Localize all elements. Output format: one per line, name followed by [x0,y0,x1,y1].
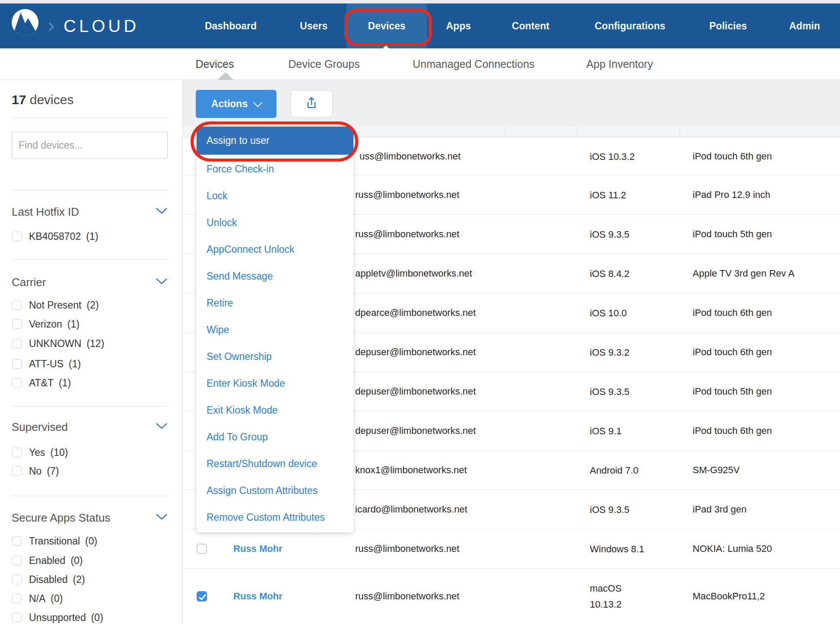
chevron-down-icon[interactable] [156,513,168,522]
filter-checkbox[interactable] [12,613,22,622]
menu-item-appconnect-unlock[interactable]: AppConnect Unlock [197,244,353,255]
filter-item-label: Verizon(1) [29,318,80,330]
top-navbar: CLOUD DashboardUsersDevicesAppsContentCo… [0,3,840,48]
filter-checkbox[interactable] [12,319,22,329]
device-os: iOS 11.2 [590,187,626,203]
top-nav-apps[interactable]: Apps [446,3,471,48]
subnav-app-inventory[interactable]: App Inventory [586,48,653,80]
menu-item-exit-kiosk-mode[interactable]: Exit Kiosk Mode [197,404,353,416]
device-os: macOS10.13.2 [590,580,621,612]
device-model: iPad Pro 12.9 inch [693,189,770,201]
top-nav-admin[interactable]: Admin [789,3,820,48]
menu-item-add-to-group[interactable]: Add To Group [197,431,353,443]
device-email: dpearce@limbonetworks.net [355,307,476,318]
filter-checkbox[interactable] [12,466,22,476]
filter-item-count: (2) [73,574,85,585]
filter-checkbox[interactable] [12,339,22,348]
menu-item-restart-shutdown-device[interactable]: Restart/Shutdown device [197,458,353,470]
filter-sidebar: 17 devices Last Hotfix IDKB4058702(1)Car… [0,80,183,624]
filter-item-count: (1) [59,377,71,388]
column-divider [505,127,506,137]
subnav-unmanaged-connections[interactable]: Unmanaged Connections [413,48,535,80]
filter-title: Carrier [12,276,46,289]
breadcrumb-chevron-icon [48,22,55,32]
device-model: NOKIA: Lumia 520 [693,543,772,554]
sidebar-divider [12,496,169,496]
menu-item-enter-kiosk-mode[interactable]: Enter Kiosk Mode [197,378,353,389]
chevron-down-icon[interactable] [156,278,168,287]
menu-item-assign-custom-attributes[interactable]: Assign Custom Attributes [197,485,353,497]
filter-item-label: Transitional(0) [29,535,97,547]
filter-checkbox[interactable] [12,232,22,241]
filter-checkbox[interactable] [12,556,22,565]
column-divider [680,127,680,137]
filter-checkbox[interactable] [12,378,22,388]
top-nav-dashboard[interactable]: Dashboard [205,3,257,48]
brand-title: CLOUD [64,3,139,48]
menu-item-assign-to-user[interactable]: Assign to user [197,127,353,155]
filter-item-count: (1) [67,318,80,330]
table-row: Russ Mohrruss@limbonetworks.netmacOS10.1… [183,569,840,624]
filter-checkbox[interactable] [12,300,22,310]
export-icon [303,95,320,113]
top-nav-users[interactable]: Users [300,3,328,48]
actions-dropdown-menu: Assign to userForce Check-inLockUnlockAp… [197,127,353,532]
filter-checkbox[interactable] [12,575,22,584]
devices-subnav: DevicesDevice GroupsUnmanaged Connection… [0,48,840,80]
device-os: iOS 9.1 [590,423,621,439]
filter-item-label: ATT-US(1) [29,358,81,370]
filter-item-label: No(7) [29,465,59,477]
device-count: 17 devices [12,92,73,107]
menu-item-force-check-in[interactable]: Force Check-in [197,163,353,175]
row-checkbox[interactable] [197,544,207,554]
menu-item-send-message[interactable]: Send Message [197,271,353,282]
filter-item-label: KB4058702(1) [29,231,98,242]
device-model: iPod touch 5th gen [693,229,772,240]
sidebar-divider [12,406,169,407]
top-nav-policies[interactable]: Policies [710,3,747,48]
chevron-down-icon[interactable] [156,423,168,431]
menu-item-lock[interactable]: Lock [197,190,353,202]
device-search-input[interactable] [12,132,167,159]
device-email: uss@limbonetworks.net [360,151,461,162]
row-checkbox-checked[interactable] [197,591,207,602]
sidebar-divider [12,118,169,118]
filter-item-label: Disabled(2) [29,574,85,586]
device-model: iPod touch 6th gen [693,425,772,436]
menu-item-unlock[interactable]: Unlock [197,217,353,229]
filter-checkbox[interactable] [12,359,22,369]
actions-button[interactable]: Actions [196,90,277,118]
filter-item-label: N/A(0) [29,593,63,605]
filter-checkbox[interactable] [12,594,22,603]
top-nav-devices[interactable]: Devices [347,3,427,48]
device-owner-link[interactable]: Russ Mohr [233,543,283,554]
export-button[interactable] [290,90,333,118]
top-nav-content[interactable]: Content [512,3,550,48]
filter-item-count: (0) [91,612,103,623]
menu-item-set-ownership[interactable]: Set Ownership [197,351,353,363]
menu-item-wipe[interactable]: Wipe [197,324,353,336]
active-tab-caret-icon [380,45,392,52]
filter-item-count: (1) [69,358,81,369]
filter-item-count: (0) [51,593,63,604]
chevron-down-icon[interactable] [156,207,168,216]
filter-item-count: (12) [86,338,104,349]
menu-item-retire[interactable]: Retire [197,297,353,309]
menu-item-remove-custom-attributes[interactable]: Remove Custom Attributes [197,512,353,523]
filter-checkbox[interactable] [12,536,22,546]
top-nav-configurations[interactable]: Configurations [595,3,665,48]
subnav-device-groups[interactable]: Device Groups [288,48,360,80]
table-row: Russ Mohrruss@limbonetworks.netWindows 8… [183,529,840,569]
filter-checkbox[interactable] [12,448,22,457]
device-owner-link[interactable]: Russ Mohr [233,591,283,602]
filter-item-count: (7) [47,465,59,477]
device-os: Windows 8.1 [590,541,644,557]
filter-item-count: (0) [70,555,83,566]
filter-item-label: Yes(10) [29,447,68,458]
window-top-strip [0,0,840,3]
sidebar-divider [12,259,169,260]
device-model: iPod touch 6th gen [693,151,772,162]
device-model: iPod touch 5th gen [693,386,772,397]
device-model: SM-G925V [693,465,740,476]
device-email: russ@limbonetworks.net [355,543,459,554]
